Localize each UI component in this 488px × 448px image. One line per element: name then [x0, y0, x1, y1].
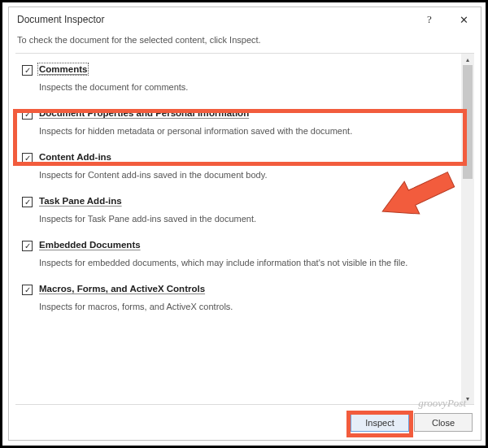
item-title: Document Properties and Personal Informa…	[39, 108, 249, 118]
item-desc: Inspects for hidden metadata or personal…	[22, 120, 455, 136]
item-title: Task Pane Add-ins	[39, 196, 122, 206]
scroll-area: ✓ Comments Inspects the document for com…	[15, 54, 461, 404]
window-title: Document Inspector	[17, 14, 412, 25]
inspector-item-comments: ✓ Comments Inspects the document for com…	[15, 56, 461, 100]
item-title: Embedded Documents	[39, 240, 141, 250]
scroll-down-icon[interactable]: ▾	[461, 393, 474, 404]
help-button[interactable]: ?	[412, 7, 447, 32]
window-close-button[interactable]: ✕	[447, 7, 481, 32]
titlebar: Document Inspector ? ✕	[9, 7, 481, 32]
inspector-item-macros: ✓ Macros, Forms, and ActiveX Controls In…	[15, 276, 461, 320]
scrollbar-thumb[interactable]	[463, 65, 473, 179]
inspector-item-content-addins: ✓ Content Add-ins Inspects for Content a…	[15, 144, 461, 188]
item-desc: Inspects for embedded documents, which m…	[22, 251, 455, 267]
checkbox-doc-properties[interactable]: ✓	[22, 109, 33, 120]
inspect-button[interactable]: Inspect	[351, 413, 409, 432]
vertical-scrollbar[interactable]: ▴ ▾	[461, 54, 474, 404]
scroll-up-icon[interactable]: ▴	[461, 54, 474, 65]
checkbox-content-addins[interactable]: ✓	[22, 153, 33, 163]
checkbox-comments[interactable]: ✓	[22, 65, 33, 76]
inspector-item-taskpane-addins: ✓ Task Pane Add-ins Inspects for Task Pa…	[15, 188, 461, 232]
dialog-button-row: Inspect Close	[9, 405, 481, 440]
item-title: Comments	[39, 64, 87, 74]
checkbox-taskpane-addins[interactable]: ✓	[22, 197, 33, 207]
item-desc: Inspects the document for comments.	[22, 76, 455, 92]
checkbox-embedded-docs[interactable]: ✓	[22, 241, 33, 251]
inspector-item-embedded-docs: ✓ Embedded Documents Inspects for embedd…	[15, 232, 461, 276]
checkbox-macros[interactable]: ✓	[22, 285, 33, 295]
document-inspector-dialog: Document Inspector ? ✕ To check the docu…	[8, 7, 481, 441]
close-button[interactable]: Close	[414, 413, 473, 432]
content-area: ✓ Comments Inspects the document for com…	[15, 53, 474, 405]
dialog-subtitle: To check the document for the selected c…	[9, 32, 481, 53]
inspector-item-doc-properties: ✓ Document Properties and Personal Infor…	[15, 100, 461, 144]
item-title: Macros, Forms, and ActiveX Controls	[39, 284, 205, 294]
item-desc: Inspects for Content add-ins saved in th…	[22, 163, 455, 180]
item-desc: Inspects for Task Pane add-ins saved in …	[22, 207, 455, 224]
item-desc: Inspects for macros, forms, and ActiveX …	[22, 295, 455, 311]
item-title: Content Add-ins	[39, 152, 111, 162]
